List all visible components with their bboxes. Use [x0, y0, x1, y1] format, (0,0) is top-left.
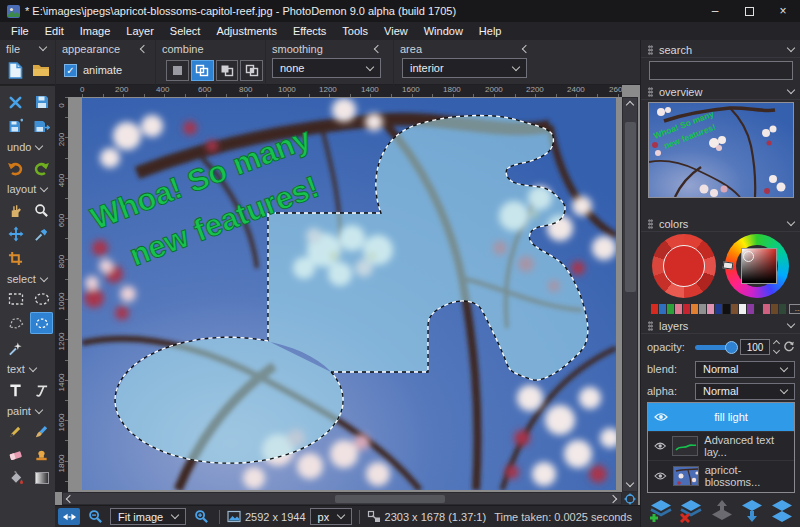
- overview-panel-header[interactable]: overview: [641, 84, 800, 100]
- appearance-section-header[interactable]: appearance: [56, 40, 153, 57]
- palette-swatch[interactable]: [747, 304, 754, 314]
- menu-image[interactable]: Image: [72, 22, 119, 40]
- menu-tools[interactable]: Tools: [334, 22, 376, 40]
- layer-visibility-icon[interactable]: [654, 471, 667, 481]
- basic-text-button[interactable]: [4, 379, 27, 401]
- layout-group-header[interactable]: layout: [0, 180, 55, 198]
- drag-grip-icon[interactable]: [648, 87, 653, 97]
- opacity-value[interactable]: 100: [740, 339, 770, 355]
- menu-select[interactable]: Select: [162, 22, 209, 40]
- palette-swatch[interactable]: [779, 304, 786, 314]
- file-section-header[interactable]: file: [0, 40, 52, 57]
- combine-add-button[interactable]: [191, 60, 214, 81]
- palette-swatch[interactable]: [739, 304, 746, 314]
- scroll-left-arrow[interactable]: [66, 494, 74, 502]
- area-section-header[interactable]: area: [394, 40, 535, 57]
- menu-view[interactable]: View: [376, 22, 416, 40]
- move-layer-down-button[interactable]: [738, 499, 765, 523]
- palette-more-button[interactable]: ...: [789, 304, 800, 314]
- menu-adjustments[interactable]: Adjustments: [208, 22, 285, 40]
- hue-selector-icon[interactable]: [723, 261, 734, 269]
- lasso-select-button[interactable]: [30, 312, 53, 334]
- scroll-up-arrow[interactable]: [626, 101, 634, 109]
- save-button[interactable]: [30, 91, 53, 113]
- combine-subtract-button[interactable]: [216, 60, 239, 81]
- palette-swatch[interactable]: [667, 304, 674, 314]
- menu-effects[interactable]: Effects: [285, 22, 334, 40]
- fit-canvas-button[interactable]: [58, 508, 80, 525]
- crop-tool-button[interactable]: [4, 247, 27, 269]
- move-layer-up-button[interactable]: [708, 499, 735, 523]
- scroll-right-arrow[interactable]: [609, 494, 617, 502]
- open-image-button[interactable]: [30, 59, 53, 81]
- vscroll-thumb[interactable]: [625, 122, 636, 292]
- combine-intersect-button[interactable]: [240, 60, 263, 81]
- magic-wand-button[interactable]: [4, 337, 27, 359]
- image-canvas[interactable]: Whoa! So many new features!: [82, 98, 616, 490]
- paintbrush-tool-button[interactable]: [30, 421, 53, 443]
- gradient-tool-button[interactable]: [30, 467, 53, 489]
- palette-swatch[interactable]: [651, 304, 658, 314]
- hscroll-thumb[interactable]: [335, 495, 445, 503]
- overview-thumbnail[interactable]: Whoa! So many new features!: [648, 102, 794, 198]
- current-color-swatch[interactable]: [663, 245, 705, 287]
- hand-tool-button[interactable]: [4, 199, 27, 221]
- pencil-tool-button[interactable]: [4, 421, 27, 443]
- fill-tool-button[interactable]: [4, 467, 27, 489]
- palette-swatch[interactable]: [659, 304, 666, 314]
- polygon-select-button[interactable]: [4, 312, 27, 334]
- layers-panel-header[interactable]: layers: [641, 318, 800, 334]
- eraser-tool-button[interactable]: [4, 444, 27, 466]
- color-harmony-wheel[interactable]: [652, 234, 716, 298]
- layer-visibility-icon[interactable]: [654, 412, 668, 422]
- search-panel-header[interactable]: search: [641, 42, 800, 58]
- palette-swatch[interactable]: [715, 304, 722, 314]
- alpha-mode-dropdown[interactable]: Normal: [695, 383, 795, 400]
- zoom-mode-dropdown[interactable]: Fit image: [110, 508, 186, 525]
- canvas-area[interactable]: 0200 400600 8001000 12001400 16001800 20…: [55, 85, 640, 527]
- layer-row-fill-light[interactable]: fill light: [648, 403, 794, 432]
- paint-group-header[interactable]: paint: [0, 402, 55, 420]
- zoom-out-button[interactable]: [84, 508, 106, 525]
- palette-swatch[interactable]: [699, 304, 706, 314]
- combine-replace-button[interactable]: [166, 60, 189, 81]
- minimize-button[interactable]: –: [698, 0, 732, 22]
- vertical-scrollbar[interactable]: [622, 97, 638, 492]
- ellipse-select-button[interactable]: [30, 288, 53, 310]
- layer-row-advanced-text[interactable]: Advanced text lay...: [648, 432, 794, 461]
- zoom-tool-button[interactable]: [30, 199, 53, 221]
- undo-group-header[interactable]: undo: [0, 138, 55, 156]
- area-dropdown[interactable]: interior: [402, 58, 527, 78]
- palette-swatch[interactable]: [691, 304, 698, 314]
- rect-select-button[interactable]: [4, 288, 27, 310]
- canvas-navigator-button[interactable]: [622, 492, 638, 505]
- menu-window[interactable]: Window: [416, 22, 471, 40]
- menu-layer[interactable]: Layer: [118, 22, 162, 40]
- add-layer-button[interactable]: [647, 499, 674, 523]
- opacity-reset-icon[interactable]: [783, 341, 795, 353]
- scroll-down-arrow[interactable]: [626, 479, 634, 487]
- maximize-button[interactable]: [732, 0, 766, 22]
- horizontal-scrollbar[interactable]: [62, 492, 622, 505]
- palette-swatch[interactable]: [675, 304, 682, 314]
- search-input[interactable]: [649, 61, 793, 80]
- smoothing-section-header[interactable]: smoothing: [266, 40, 387, 57]
- drag-grip-icon[interactable]: [648, 45, 653, 55]
- stepper-down-icon[interactable]: [773, 347, 780, 354]
- palette-swatch[interactable]: [763, 304, 770, 314]
- animate-checkbox[interactable]: ✓: [64, 64, 77, 77]
- sv-selector-icon[interactable]: [743, 251, 754, 262]
- move-tool-button[interactable]: [4, 223, 27, 245]
- opacity-slider-knob[interactable]: [725, 341, 738, 354]
- menu-file[interactable]: File: [3, 22, 37, 40]
- palette-swatch[interactable]: [731, 304, 738, 314]
- drag-grip-icon[interactable]: [648, 321, 653, 331]
- advanced-text-button[interactable]: [30, 379, 53, 401]
- layer-visibility-icon[interactable]: [654, 441, 666, 451]
- unit-dropdown[interactable]: px: [310, 508, 352, 525]
- layer-order-button[interactable]: [768, 499, 795, 523]
- clone-stamp-button[interactable]: [30, 444, 53, 466]
- undo-button[interactable]: [4, 157, 27, 179]
- palette-swatch[interactable]: [707, 304, 714, 314]
- close-button[interactable]: ×: [766, 0, 800, 22]
